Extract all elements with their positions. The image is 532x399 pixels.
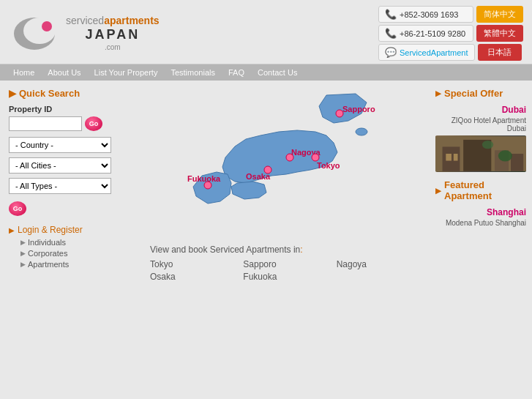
property-id-label: Property ID [9, 105, 134, 113]
offer-location: Dubai [435, 105, 526, 115]
phone-icon-2: 📞 [385, 28, 397, 39]
nav-list-property[interactable]: List Your Property [89, 67, 164, 78]
nav-testimonials[interactable]: Testimonials [165, 67, 221, 78]
nav-contact[interactable]: Contact Us [252, 67, 303, 78]
property-id-input[interactable] [9, 116, 82, 131]
skype-button[interactable]: 💬 ServicedApartment [378, 44, 475, 61]
navbar: Home About Us List Your Property Testimo… [0, 64, 532, 81]
svg-point-21 [498, 150, 512, 161]
japan-map-svg: Sapporo Fukuoka Nagoya Osaka Tokyo [150, 88, 422, 234]
special-offer-label: Special Offer [444, 88, 503, 99]
city-sapporo[interactable]: Sapporo [243, 259, 329, 269]
phone2-button[interactable]: 📞 +86-21-5109 9280 [378, 25, 473, 42]
logo-serviced-apartments: servicedapartments [66, 15, 160, 27]
apartments-label: Apartments [28, 260, 69, 269]
booking-colon: : [300, 245, 302, 255]
lang-japanese-button[interactable]: 日本語 [478, 44, 522, 61]
featured-card[interactable]: Shanghai Modena Putuo Shanghai [435, 207, 526, 227]
contact-row-1: 📞 +852-3069 1693 简体中文 [378, 6, 523, 23]
svg-text:Osaka: Osaka [246, 172, 271, 181]
lang-traditional-button[interactable]: 繁體中文 [476, 25, 523, 42]
main-content: ▶ Quick Search Property ID Go - Country … [0, 81, 532, 399]
svg-point-12 [312, 154, 319, 161]
svg-point-3 [356, 128, 367, 135]
login-register-title[interactable]: ▶ Login & Register [9, 225, 134, 235]
svg-rect-18 [511, 154, 523, 171]
property-id-row: Go [9, 116, 134, 131]
logo-dotcom: .com [105, 43, 121, 52]
apartments-arrow: ▶ [20, 261, 26, 268]
individuals-arrow: ▶ [20, 239, 26, 246]
skype-name: ServicedApartment [400, 48, 468, 57]
japan-map-container: Sapporo Fukuoka Nagoya Osaka Tokyo [150, 88, 422, 234]
quick-search-label: Quick Search [19, 88, 80, 99]
offer-card[interactable]: Dubai ZIQoo Hotel Apartment Dubai [435, 105, 526, 172]
nav-about[interactable]: About Us [42, 67, 86, 78]
city-tokyo[interactable]: Tokyo [150, 259, 236, 269]
login-section: ▶ Login & Register ▶ Individuals ▶ Corpo… [9, 225, 134, 269]
corporates-arrow: ▶ [20, 250, 26, 257]
quick-search-arrow: ▶ [9, 88, 16, 99]
logo-icon [9, 13, 60, 53]
svg-text:Tokyo: Tokyo [317, 161, 340, 170]
svg-text:Fukuoka: Fukuoka [187, 174, 221, 183]
type-select[interactable]: - All Types - [9, 178, 111, 194]
phone2-number: +86-21-5109 9280 [400, 29, 465, 38]
logo-area: servicedapartments JAPAN .com [9, 13, 160, 53]
featured-section: ▶ Featured Apartment [435, 179, 526, 201]
center-content: Sapporo Fukuoka Nagoya Osaka Tokyo View … [143, 81, 430, 399]
contact-area: 📞 +852-3069 1693 简体中文 📞 +86-21-5109 9280… [378, 6, 523, 61]
corporates-link[interactable]: ▶ Corporates [9, 249, 134, 258]
city-select[interactable]: - All Cities - [9, 157, 111, 174]
lang-simplified-button[interactable]: 简体中文 [476, 6, 523, 23]
offer-name: ZIQoo Hotel Apartment Dubai [435, 116, 526, 133]
login-arrow: ▶ [9, 226, 15, 234]
search-go-button[interactable]: Go [9, 201, 26, 216]
city-fukuoka[interactable]: Fukuoka [243, 272, 329, 282]
phone1-number: +852-3069 1693 [400, 10, 458, 19]
header: servicedapartments JAPAN .com 📞 +852-306… [0, 0, 532, 64]
nav-faq[interactable]: FAQ [222, 67, 250, 78]
corporates-label: Corporates [28, 249, 67, 258]
svg-rect-19 [446, 154, 452, 161]
search-go-row: Go [9, 201, 134, 216]
booking-title: View and book Serviced Apartments in: [150, 245, 422, 255]
apartments-link[interactable]: ▶ Apartments [9, 260, 134, 269]
featured-name: Modena Putuo Shanghai [435, 219, 526, 227]
logo-text: servicedapartments JAPAN .com [66, 15, 160, 51]
property-id-go-button[interactable]: Go [85, 116, 102, 131]
special-offer-section: ▶ Special Offer [435, 88, 526, 99]
nav-home[interactable]: Home [7, 67, 40, 78]
phone-icon: 📞 [385, 9, 397, 20]
right-sidebar: ▶ Special Offer Dubai ZIQoo Hotel Apartm… [430, 81, 532, 399]
city-nagoya[interactable]: Nagoya [337, 259, 422, 269]
skype-icon: 💬 [385, 47, 397, 58]
featured-arrow: ▶ [435, 187, 441, 195]
logo-japan: JAPAN [85, 27, 140, 43]
svg-point-2 [42, 21, 52, 31]
individuals-link[interactable]: ▶ Individuals [9, 238, 134, 247]
svg-text:Sapporo: Sapporo [342, 105, 375, 113]
booking-section: View and book Serviced Apartments in: To… [150, 245, 422, 282]
left-sidebar: ▶ Quick Search Property ID Go - Country … [0, 81, 143, 399]
featured-label: Featured Apartment [444, 179, 526, 201]
cities-grid: Tokyo Sapporo Nagoya Osaka Fukuoka [150, 259, 422, 282]
individuals-label: Individuals [28, 238, 66, 247]
login-label: Login & Register [18, 225, 83, 235]
svg-rect-20 [454, 154, 458, 161]
contact-row-2: 📞 +86-21-5109 9280 繁體中文 [378, 25, 523, 42]
quick-search-section: ▶ Quick Search [9, 88, 134, 99]
featured-location: Shanghai [435, 207, 526, 217]
contact-row-3: 💬 ServicedApartment 日本語 [378, 44, 523, 61]
country-select[interactable]: - Country - [9, 137, 111, 153]
phone1-button[interactable]: 📞 +852-3069 1693 [378, 6, 473, 23]
city-osaka[interactable]: Osaka [150, 272, 236, 282]
svg-point-1 [23, 18, 56, 44]
special-offer-arrow: ▶ [435, 89, 441, 97]
offer-thumbnail [435, 135, 526, 172]
svg-point-22 [482, 141, 493, 149]
